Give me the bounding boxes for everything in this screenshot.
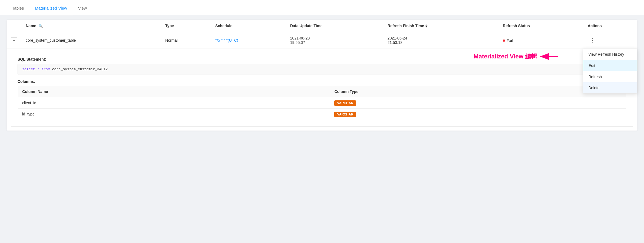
columns-table: Column Name Column Type client_id (18, 86, 626, 120)
actions-dropdown: View Refresh History Edit Refresh Delete (583, 49, 637, 94)
col-type-client-id: VARCHAR (330, 97, 626, 109)
col-header-type: Column Type (330, 86, 626, 97)
tab-view[interactable]: View (73, 1, 92, 15)
actions-cell: ⋮ View Refresh History Edit Refresh Dele… (583, 32, 637, 49)
refresh-finish-time-cell: 2021-06-24 21:53:18 (383, 32, 498, 49)
sort-arrow-down (425, 26, 428, 27)
dropdown-view-refresh-history[interactable]: View Refresh History (583, 49, 637, 60)
actions-menu-button[interactable]: ⋮ (588, 36, 597, 44)
table-row: − core_system_customer_table Normal */5 … (7, 32, 637, 49)
sql-table-name: core_system_customer_34012 (52, 67, 108, 71)
col-name-id-type: id_type (18, 109, 330, 120)
sql-operator: * (37, 67, 42, 71)
columns-header-row: Column Name Column Type (18, 86, 626, 97)
name-cell: core_system_customer_table (21, 32, 161, 49)
dropdown-delete[interactable]: Delete (583, 82, 637, 93)
th-data-update-time: Data Update Time (286, 20, 383, 32)
refresh-status-cell: Fail (498, 32, 583, 49)
expanded-cell: Materialized View 編輯 (7, 49, 637, 131)
tab-materialized-view[interactable]: Materialized View (29, 1, 72, 15)
dropdown-refresh[interactable]: Refresh (583, 71, 637, 82)
data-update-time-cell: 2021-06-23 19:55:07 (286, 32, 383, 49)
th-refresh-finish-time[interactable]: Refresh Finish Time (383, 20, 498, 32)
sql-section: SQL Statement: select * from core_system… (18, 57, 626, 75)
sql-keyword: select (22, 67, 35, 71)
sql-label: SQL Statement: (18, 57, 626, 61)
th-actions: Actions (583, 20, 637, 32)
expanded-content: Materialized View 編輯 (11, 53, 633, 127)
sort-arrows-icon[interactable] (425, 24, 428, 27)
col-row-client-id: client_id VARCHAR (18, 97, 626, 109)
tab-bar: Tables Materialized View View (0, 0, 644, 15)
type-badge-varchar-1: VARCHAR (334, 100, 356, 106)
collapse-button[interactable]: − (11, 37, 17, 43)
expanded-row: Materialized View 編輯 (7, 49, 637, 131)
table-header-row: Name 🔍 Type Schedule Data Update Time Re… (7, 20, 637, 32)
sql-from-keyword: from (41, 67, 50, 71)
th-type: Type (161, 20, 211, 32)
main-content: Name 🔍 Type Schedule Data Update Time Re… (0, 20, 644, 137)
search-icon[interactable]: 🔍 (38, 24, 43, 28)
th-refresh-status: Refresh Status (498, 20, 583, 32)
table-card: Name 🔍 Type Schedule Data Update Time Re… (7, 20, 637, 131)
type-badge-varchar-2: VARCHAR (334, 112, 356, 117)
schedule-link[interactable]: */5 * * *(UTC) (215, 38, 238, 43)
col-name-client-id: client_id (18, 97, 330, 109)
th-name: Name 🔍 (21, 20, 161, 32)
fail-dot-icon (503, 39, 505, 42)
col-type-id-type: VARCHAR (330, 109, 626, 120)
type-cell: Normal (161, 32, 211, 49)
fail-badge: Fail (503, 38, 513, 43)
dropdown-edit[interactable]: Edit (583, 60, 637, 71)
th-schedule: Schedule (211, 20, 286, 32)
th-collapse (7, 20, 21, 32)
columns-label: Columns: (18, 79, 626, 84)
sort-arrow-up (425, 24, 428, 26)
sql-box: select * from core_system_customer_34012 (18, 64, 626, 75)
columns-section: Columns: Column Name Column Type (18, 79, 626, 120)
col-row-id-type: id_type VARCHAR (18, 109, 626, 120)
tab-tables[interactable]: Tables (7, 1, 29, 15)
schedule-cell: */5 * * *(UTC) (211, 32, 286, 49)
data-table: Name 🔍 Type Schedule Data Update Time Re… (7, 20, 637, 131)
page-container: Tables Materialized View View Name 🔍 (0, 0, 644, 243)
collapse-cell: − (7, 32, 21, 49)
col-header-name: Column Name (18, 86, 330, 97)
